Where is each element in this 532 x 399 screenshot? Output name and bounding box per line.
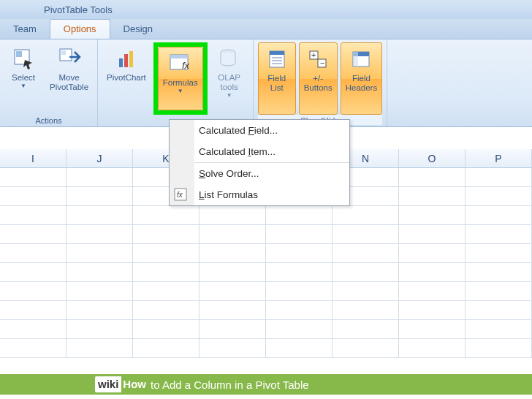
cell[interactable]: [133, 339, 200, 357]
cell[interactable]: [0, 320, 66, 338]
cell[interactable]: [466, 168, 532, 186]
cell[interactable]: [399, 225, 466, 243]
col-header[interactable]: J: [66, 149, 133, 167]
cell[interactable]: [332, 301, 399, 319]
cell[interactable]: [466, 263, 532, 281]
cell[interactable]: [0, 339, 66, 357]
cell[interactable]: [0, 301, 66, 319]
menu-calculated-item[interactable]: Calculated Item...: [170, 141, 349, 162]
plus-minus-buttons-button[interactable]: +− +/- Buttons: [299, 42, 338, 115]
cell[interactable]: [399, 320, 466, 338]
cell[interactable]: [200, 282, 266, 300]
cell[interactable]: [466, 339, 532, 357]
col-header[interactable]: O: [399, 149, 466, 167]
menu-solve-order[interactable]: Solve Order...: [170, 163, 349, 184]
cell[interactable]: [399, 282, 466, 300]
select-button[interactable]: Select ▼: [4, 42, 42, 115]
cell[interactable]: [399, 244, 466, 262]
cell[interactable]: [66, 282, 133, 300]
cell[interactable]: [466, 282, 532, 300]
col-header[interactable]: I: [0, 149, 66, 167]
cell[interactable]: [466, 301, 532, 319]
cell[interactable]: [332, 244, 399, 262]
tab-options[interactable]: Options: [50, 19, 110, 39]
cell[interactable]: [399, 301, 466, 319]
cell[interactable]: [0, 263, 66, 281]
cell[interactable]: [399, 187, 466, 205]
cell[interactable]: [332, 225, 399, 243]
menu-calculated-field[interactable]: Calculated Field...: [170, 120, 349, 141]
cell[interactable]: [66, 168, 133, 186]
cell[interactable]: [266, 301, 332, 319]
cell[interactable]: [133, 225, 200, 243]
cell[interactable]: [266, 244, 332, 262]
cell[interactable]: [200, 206, 266, 224]
cell[interactable]: [200, 339, 266, 357]
cell[interactable]: [466, 244, 532, 262]
cell[interactable]: [66, 225, 133, 243]
olap-tools-button[interactable]: OLAP tools ▼: [210, 42, 248, 115]
cell[interactable]: [66, 263, 133, 281]
cell[interactable]: [266, 282, 332, 300]
col-header[interactable]: P: [466, 149, 532, 167]
field-headers-button[interactable]: Field Headers: [341, 42, 382, 115]
grid-row: [0, 244, 532, 263]
cell[interactable]: [266, 206, 332, 224]
cell[interactable]: [133, 244, 200, 262]
cell[interactable]: [133, 320, 200, 338]
cell[interactable]: [399, 168, 466, 186]
grid-row: [0, 263, 532, 282]
cell[interactable]: [200, 263, 266, 281]
grid-row: [0, 282, 532, 301]
cell[interactable]: [0, 225, 66, 243]
cell[interactable]: [66, 339, 133, 357]
cell[interactable]: [332, 339, 399, 357]
cell[interactable]: [266, 320, 332, 338]
cell[interactable]: [332, 282, 399, 300]
cell[interactable]: [0, 187, 66, 205]
cell[interactable]: [66, 320, 133, 338]
cell[interactable]: [200, 301, 266, 319]
cell[interactable]: [266, 263, 332, 281]
cell[interactable]: [466, 320, 532, 338]
cell[interactable]: [266, 339, 332, 357]
cell[interactable]: [200, 320, 266, 338]
cell[interactable]: [266, 225, 332, 243]
cell[interactable]: [0, 244, 66, 262]
cell[interactable]: [200, 225, 266, 243]
cell[interactable]: [66, 301, 133, 319]
cell[interactable]: [332, 263, 399, 281]
cell[interactable]: [66, 244, 133, 262]
cell[interactable]: [399, 263, 466, 281]
cell[interactable]: [133, 301, 200, 319]
ribbon: Select ▼ Move PivotTable Actions PivotCh…: [0, 39, 532, 127]
cell[interactable]: [200, 244, 266, 262]
formulas-label: Formulas: [163, 78, 198, 88]
move-pivottable-button[interactable]: Move PivotTable: [45, 42, 93, 115]
svg-rect-1: [16, 51, 22, 57]
pivotchart-button[interactable]: PivotChart: [102, 42, 151, 115]
field-list-button[interactable]: Field List: [258, 42, 296, 115]
tab-team[interactable]: Team: [0, 20, 50, 39]
svg-rect-12: [270, 51, 284, 55]
cell[interactable]: [466, 187, 532, 205]
cell[interactable]: [133, 282, 200, 300]
cell[interactable]: [332, 206, 399, 224]
cell[interactable]: [466, 206, 532, 224]
cell[interactable]: [466, 225, 532, 243]
menu-list-formulas[interactable]: fx List Formulas: [170, 184, 349, 205]
cell[interactable]: [332, 320, 399, 338]
cell[interactable]: [0, 168, 66, 186]
cell[interactable]: [133, 263, 200, 281]
cell[interactable]: [133, 206, 200, 224]
cell[interactable]: [0, 282, 66, 300]
dropdown-arrow-icon: ▼: [178, 88, 183, 94]
formulas-button[interactable]: fx Formulas ▼: [158, 47, 203, 110]
cell[interactable]: [399, 206, 466, 224]
tab-design[interactable]: Design: [110, 20, 166, 39]
cell[interactable]: [66, 206, 133, 224]
select-label: Select: [12, 73, 35, 83]
cell[interactable]: [66, 187, 133, 205]
cell[interactable]: [399, 339, 466, 357]
cell[interactable]: [0, 206, 66, 224]
